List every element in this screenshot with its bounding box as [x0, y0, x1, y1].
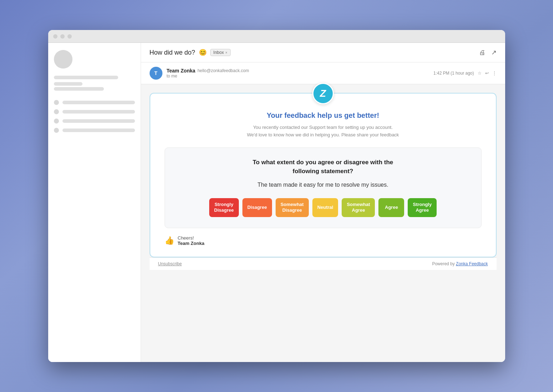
survey-question: To what extent do you agree or disagree …	[176, 158, 471, 176]
cheers-text: Cheers! Team Zonka	[178, 235, 205, 246]
browser-titlebar	[48, 30, 505, 43]
zonka-logo: Z	[312, 83, 334, 104]
sidebar-circle-3	[54, 119, 59, 124]
sidebar-row-bar-3	[62, 119, 135, 123]
sidebar-bar-2	[54, 82, 82, 86]
main-content: How did we do? 😊 Inbox × 🖨 ↗ T	[141, 43, 505, 362]
external-link-icon[interactable]: ↗	[491, 49, 497, 56]
inbox-close-icon[interactable]: ×	[225, 51, 227, 55]
survey-box: To what extent do you agree or disagree …	[165, 147, 482, 228]
powered-by-text: Powered by	[432, 261, 454, 266]
feedback-title: Your feedback help us get better!	[165, 111, 482, 120]
email-sender-row: T Team Zonka hello@zonkafeedback.com to …	[141, 62, 505, 84]
avatar	[54, 50, 72, 69]
powered-by: Powered by Zonka Feedback	[432, 261, 488, 266]
sender-info: T Team Zonka hello@zonkafeedback.com to …	[150, 67, 249, 80]
email-subject-text: How did we do?	[150, 49, 195, 56]
zonka-z-letter: Z	[320, 89, 326, 99]
strongly-disagree-button[interactable]: StronglyDisagree	[209, 198, 239, 217]
sidebar-bar-3	[54, 87, 104, 91]
cheers-label: Cheers!	[178, 235, 205, 241]
maximize-dot[interactable]	[67, 34, 72, 39]
sidebar	[48, 43, 141, 362]
sidebar-circle-2	[54, 109, 59, 114]
email-time-row: 1:42 PM (1 hour ago) ☆ ↩ ⋮	[433, 71, 496, 76]
inbox-label: Inbox	[213, 50, 224, 55]
email-body-wrapper: Z Your feedback help us get better! You …	[141, 84, 505, 278]
print-icon[interactable]: 🖨	[479, 49, 486, 56]
unsubscribe-link[interactable]: Unsubscribe	[158, 261, 182, 266]
sender-name: Team Zonka	[167, 68, 196, 74]
more-icon[interactable]: ⋮	[492, 71, 497, 76]
sidebar-row-bar-2	[62, 110, 135, 114]
email-header: How did we do? 😊 Inbox × 🖨 ↗	[141, 43, 505, 62]
reply-icon[interactable]: ↩	[485, 71, 489, 76]
agree-button[interactable]: Agree	[378, 198, 404, 217]
somewhat-disagree-button[interactable]: SomewhatDisagree	[276, 198, 309, 217]
sidebar-circle-1	[54, 100, 59, 105]
sender-avatar: T	[150, 67, 162, 80]
sidebar-row-bar-4	[62, 129, 135, 132]
sidebar-bar-1	[54, 76, 118, 79]
sidebar-item-3	[54, 119, 135, 124]
rating-buttons: StronglyDisagree Disagree SomewhatDisagr…	[176, 198, 471, 217]
email-card-inner: Your feedback help us get better! You re…	[150, 104, 496, 257]
cheers-row: 👍 Cheers! Team Zonka	[165, 235, 482, 246]
email-card: Z Your feedback help us get better! You …	[150, 93, 497, 257]
sender-details: Team Zonka hello@zonkafeedback.com to me	[167, 68, 249, 79]
survey-statement: The team made it easy for me to resolve …	[176, 182, 471, 188]
close-dot[interactable]	[53, 34, 57, 39]
feedback-desc-line2: We'd love to know how we did in helping …	[247, 132, 399, 137]
somewhat-agree-button[interactable]: SomewhatAgree	[342, 198, 375, 217]
smiley-icon: 😊	[199, 49, 207, 56]
sidebar-item-1	[54, 100, 135, 105]
minimize-dot[interactable]	[60, 34, 65, 39]
zonka-feedback-link[interactable]: Zonka Feedback	[456, 261, 488, 266]
email-subject-row: How did we do? 😊 Inbox ×	[150, 49, 231, 56]
email-header-actions: 🖨 ↗	[479, 49, 497, 56]
feedback-desc-line1: You recently contacted our Support team …	[253, 125, 393, 130]
cheers-emoji: 👍	[165, 236, 174, 245]
disagree-button[interactable]: Disagree	[242, 198, 272, 217]
sidebar-circle-4	[54, 128, 59, 133]
sidebar-item-2	[54, 109, 135, 114]
star-icon[interactable]: ☆	[478, 71, 482, 76]
inbox-badge: Inbox ×	[210, 49, 231, 56]
browser-body: How did we do? 😊 Inbox × 🖨 ↗ T	[48, 43, 505, 362]
sidebar-row-bar-1	[62, 101, 135, 104]
strongly-agree-button[interactable]: StronglyAgree	[408, 198, 437, 217]
sender-to: to me	[167, 74, 249, 79]
sidebar-item-4	[54, 128, 135, 133]
cheers-team: Team Zonka	[178, 241, 205, 246]
email-timestamp: 1:42 PM (1 hour ago)	[433, 71, 474, 76]
zonka-logo-wrap: Z	[150, 83, 496, 104]
neutral-button[interactable]: Neutral	[312, 198, 338, 217]
email-footer: Unsubscribe Powered by Zonka Feedback	[150, 257, 497, 270]
browser-window: How did we do? 😊 Inbox × 🖨 ↗ T	[48, 30, 505, 362]
feedback-description: You recently contacted our Support team …	[165, 124, 482, 139]
sender-email: hello@zonkafeedback.com	[197, 68, 249, 73]
